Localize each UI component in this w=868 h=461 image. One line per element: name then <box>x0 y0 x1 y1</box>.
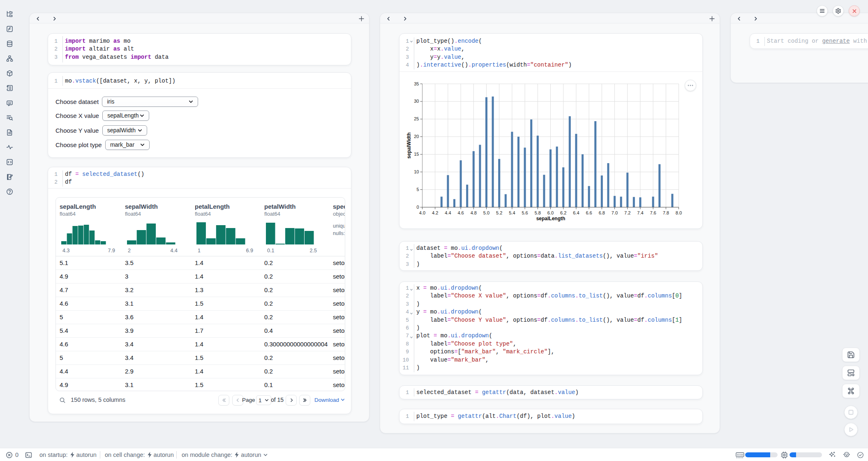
svg-text:5: 5 <box>416 187 419 192</box>
svg-text:7.8: 7.8 <box>663 210 669 215</box>
svg-text:5.0: 5.0 <box>483 210 489 215</box>
svg-text:4.6: 4.6 <box>457 210 464 215</box>
svg-text:4.4: 4.4 <box>445 210 451 215</box>
svg-text:5.8: 5.8 <box>535 210 541 215</box>
svg-text:7.2: 7.2 <box>624 210 630 215</box>
svg-text:5.6: 5.6 <box>522 210 528 215</box>
svg-text:sepalLength: sepalLength <box>536 216 566 221</box>
svg-text:6.0: 6.0 <box>547 210 554 215</box>
svg-text:4.2: 4.2 <box>432 210 438 215</box>
svg-text:5.4: 5.4 <box>509 210 515 215</box>
svg-text:7.0: 7.0 <box>612 210 618 215</box>
svg-text:15: 15 <box>414 152 419 157</box>
svg-text:20: 20 <box>414 134 419 139</box>
svg-text:25: 25 <box>414 116 419 121</box>
svg-text:6.8: 6.8 <box>599 210 605 215</box>
svg-text:6.4: 6.4 <box>573 210 579 215</box>
svg-text:7.6: 7.6 <box>650 210 656 215</box>
svg-text:4.8: 4.8 <box>471 210 477 215</box>
svg-text:30: 30 <box>414 99 419 104</box>
svg-text:sepalWidth: sepalWidth <box>406 132 412 159</box>
svg-text:5.2: 5.2 <box>496 210 502 215</box>
svg-text:35: 35 <box>414 81 419 86</box>
svg-text:4.0: 4.0 <box>419 210 425 215</box>
svg-text:7.4: 7.4 <box>637 210 643 215</box>
svg-text:0: 0 <box>416 205 419 210</box>
svg-text:10: 10 <box>414 169 419 174</box>
svg-text:8.0: 8.0 <box>676 210 682 215</box>
svg-text:6.2: 6.2 <box>560 210 566 215</box>
svg-text:6.6: 6.6 <box>586 210 592 215</box>
